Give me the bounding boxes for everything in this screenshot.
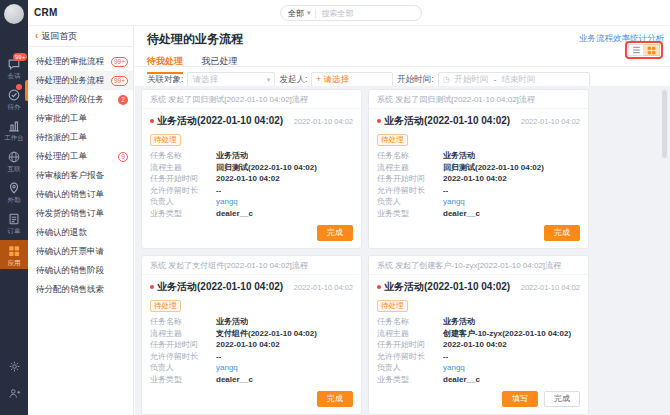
sidebar-nav-item[interactable]: 待指派的工单 (28, 128, 133, 147)
rail-item-connect[interactable]: 互联 (0, 150, 28, 172)
card-fields: 任务名称 业务活动 流程主题 创建客户-10-zyx(2022-01-10 04… (377, 317, 580, 384)
field-label: 任务开始时间 (377, 340, 443, 350)
related-object-select[interactable]: 请选择 ▾ (187, 72, 275, 87)
field-label: 允许停留时长 (377, 186, 443, 196)
card-title-text: 业务活动(2022-01-10 04:02) (384, 115, 510, 126)
card-action-button[interactable]: 完成 (317, 391, 353, 407)
card-fields: 任务名称 业务活动 流程主题 回归测试(2022-01-10 04:02) 任务… (150, 151, 353, 218)
back-to-home[interactable]: ‹返回首页 (28, 26, 133, 47)
process-card[interactable]: 系统 发起了创建客户-10-zyx[2022-01-10 04:02]流程 业务… (368, 255, 589, 415)
card-fields: 任务名称 业务活动 流程主题 回归测试(2022-01-10 04:02) 任务… (377, 151, 580, 218)
field-row: 任务名称 业务活动 (377, 151, 580, 161)
process-card[interactable]: 系统 发起了回归测试[2022-01-10 04:02]流程 业务活动(2022… (141, 89, 362, 249)
rail-item-orders[interactable]: 订单 (0, 212, 28, 234)
global-search[interactable]: 全部 ▾ 搜索全部 (280, 5, 422, 21)
rail-item-label: 待办 (0, 103, 28, 110)
rail-item-todo[interactable]: 待办 (0, 88, 28, 110)
process-card[interactable]: 系统 发起了回归测试[2022-01-10 04:02]流程 业务活动(2022… (368, 89, 589, 249)
field-value: yangq (443, 197, 465, 207)
sidebar-nav-item[interactable]: 待确认的销售订单 (28, 185, 133, 204)
card-action-button[interactable]: 完成 (317, 225, 353, 241)
field-label: 允许停留时长 (150, 352, 216, 362)
card-action-button[interactable]: 填写 (502, 391, 538, 407)
sidebar-nav-item[interactable]: 待确认的退款 (28, 223, 133, 242)
field-value: 支付组件(2022-01-10 04:02) (216, 329, 317, 339)
sidebar-nav-item[interactable]: 待处理的业务流程 99+ (28, 71, 133, 90)
card-title-text: 业务活动(2022-01-10 04:02) (157, 281, 283, 292)
card-body: 业务活动(2022-01-10 04:02) 2022-01-10 04:02 … (369, 275, 588, 388)
process-card[interactable]: 系统 发起了支付组件[2022-01-10 04:02]流程 业务活动(2022… (141, 255, 362, 415)
sidebar-nav-item[interactable]: 待审核的客户报备 (28, 166, 133, 185)
card-action-button[interactable]: 完成 (544, 225, 580, 241)
view-toggle-group (625, 41, 663, 59)
list-view-button[interactable] (628, 44, 644, 56)
search-scope-select[interactable]: 全部 (281, 8, 307, 19)
field-value: 2022-01-10 04:02 (216, 340, 280, 350)
related-object-label: 关联对象: (147, 74, 183, 86)
card-actions: 完成 (142, 222, 361, 248)
status-tag: 待处理 (150, 134, 181, 146)
user-plus-icon (8, 387, 21, 400)
sidebar-nav-item[interactable]: 待确认的销售阶段 (28, 261, 133, 280)
field-value: yangq (216, 363, 238, 373)
unread-dot (150, 119, 154, 123)
sidebar-nav-item[interactable]: 待处理的阶段任务 2 (28, 90, 133, 109)
initiator-picker[interactable]: + 请选择 (311, 72, 393, 87)
sidebar-nav-item[interactable]: 待处理的工单 9 (28, 147, 133, 166)
field-row: 任务名称 业务活动 (150, 151, 353, 161)
search-input[interactable]: 搜索全部 (316, 8, 354, 19)
card-title-row: 业务活动(2022-01-10 04:02) 2022-01-10 04:02 (150, 114, 353, 128)
card-actions: 填写完成 (369, 388, 588, 414)
card-initiator-line: 系统 发起了创建客户-10-zyx[2022-01-10 04:02]流程 (369, 256, 588, 275)
rail-item-field-work[interactable]: 外勤 (0, 181, 28, 203)
sidebar-nav-item[interactable]: 待确认的开票申请 (28, 242, 133, 261)
rail-item-workbench[interactable]: 工作台 (0, 119, 28, 141)
page-title: 待处理的业务流程 (147, 31, 243, 48)
field-row: 任务开始时间 2022-01-10 04:02 (377, 174, 580, 184)
card-title: 业务活动(2022-01-10 04:02) (150, 280, 283, 294)
field-label: 任务名称 (150, 151, 216, 161)
rail-item-apps[interactable]: 应用 (0, 240, 28, 269)
field-value: -- (443, 186, 448, 196)
list-view-icon (632, 46, 641, 54)
card-actions: 完成 (369, 222, 588, 248)
field-value: 业务活动 (216, 317, 248, 327)
card-list: 系统 发起了回归测试[2022-01-10 04:02]流程 业务活动(2022… (141, 89, 589, 415)
field-label: 负责人 (150, 197, 216, 207)
vertical-scrollbar[interactable] (662, 90, 667, 158)
field-row: 任务开始时间 2022-01-10 04:02 (150, 174, 353, 184)
status-tag: 待处理 (377, 134, 408, 146)
filter-row: 关联对象: 请选择 ▾ 发起人: + 请选择 开始时间: ◷ 开始时间 - 结束… (147, 72, 590, 87)
sidebar-nav-item[interactable]: 待发货的销售订单 (28, 204, 133, 223)
rail-accent-bar (25, 80, 28, 101)
rail-item-label: 会话 (0, 72, 28, 79)
sidebar-nav-item[interactable]: 待分配的销售线索 (28, 280, 133, 299)
time-range-picker[interactable]: ◷ 开始时间 - 结束时间 (438, 72, 590, 87)
card-body: 业务活动(2022-01-10 04:02) 2022-01-10 04:02 … (142, 109, 361, 222)
rail-item-settings[interactable] (0, 360, 28, 373)
chevron-left-icon: ‹ (35, 30, 38, 41)
field-row: 负责人 yangq (150, 363, 353, 373)
rail-item-label: 工作台 (0, 134, 28, 141)
location-pin-icon (7, 181, 21, 195)
field-value: dealer__c (216, 375, 253, 385)
card-action-button[interactable]: 完成 (544, 391, 580, 407)
back-label: 返回首页 (41, 31, 77, 41)
field-row: 负责人 yangq (150, 197, 353, 207)
field-label: 业务类型 (377, 209, 443, 219)
clock-icon: ◷ (443, 75, 450, 84)
card-view-button[interactable] (644, 44, 660, 56)
count-badge: 9 (118, 152, 128, 162)
card-title: 业务活动(2022-01-10 04:02) (377, 280, 510, 294)
tab-bar: 待我处理 我已处理 (135, 50, 670, 67)
user-avatar[interactable] (4, 4, 24, 24)
chat-count-badge: 99+ (13, 53, 27, 61)
card-actions: 完成 (142, 388, 361, 414)
sidebar-item-label: 待处理的工单 (36, 151, 87, 163)
field-value: 业务活动 (443, 151, 475, 161)
sidebar-nav-item[interactable]: 待处理的审批流程 99+ (28, 52, 133, 71)
tab-processed[interactable]: 我已处理 (201, 55, 237, 72)
field-row: 流程主题 回归测试(2022-01-10 04:02) (150, 163, 353, 173)
rail-item-invite[interactable] (0, 387, 28, 400)
sidebar-nav-item[interactable]: 待审批的工单 (28, 109, 133, 128)
